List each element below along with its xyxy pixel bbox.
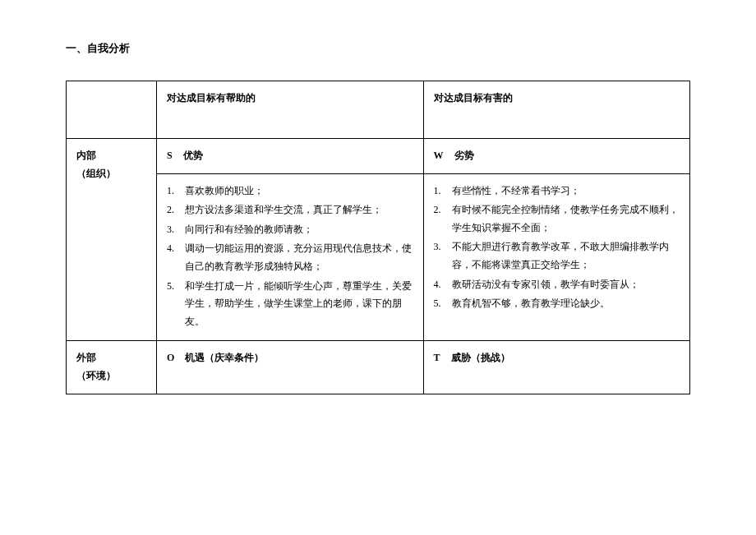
header-helpful: 对达成目标有帮助的 bbox=[157, 81, 424, 139]
list-item: 和学生打成一片，能倾听学生心声，尊重学生，关爱学生，帮助学生，做学生课堂上的老师… bbox=[167, 278, 413, 331]
list-item: 调动一切能运用的资源，充分运用现代信息技术，使自己的教育教学形成独特风格； bbox=[167, 240, 413, 275]
s-letter: S bbox=[167, 147, 173, 165]
threat-header: T 威胁（挑战） bbox=[423, 341, 690, 394]
external-main: 外部 bbox=[76, 349, 146, 367]
internal-main: 内部 bbox=[76, 147, 146, 165]
strength-list: 喜欢教师的职业； 想方设法多渠道和学生交流，真正了解学生； 向同行和有经验的教师… bbox=[167, 182, 413, 331]
external-label-row: 外部 （环境） O 机遇（庆幸条件） T 威胁（挑战） bbox=[67, 341, 690, 394]
list-item: 教研活动没有专家引领，教学有时委盲从； bbox=[434, 276, 680, 294]
section-title: 一、自我分析 bbox=[66, 41, 690, 56]
internal-sub: （组织） bbox=[76, 165, 146, 183]
s-name: 优势 bbox=[183, 150, 203, 161]
external-label-cell: 外部 （环境） bbox=[67, 341, 157, 394]
header-empty bbox=[67, 81, 157, 139]
internal-label-cell: 内部 （组织） bbox=[67, 139, 157, 341]
list-item: 有时候不能完全控制情绪，使教学任务完成不顺利，学生知识掌握不全面； bbox=[434, 201, 680, 237]
t-letter: T bbox=[434, 349, 440, 367]
list-item: 教育机智不够，教育教学理论缺少。 bbox=[434, 295, 680, 313]
internal-label-row: 内部 （组织） S 优势 W 劣势 bbox=[67, 139, 690, 174]
list-item: 有些惰性，不经常看书学习； bbox=[434, 182, 680, 201]
swot-table: 对达成目标有帮助的 对达成目标有害的 内部 （组织） S 优势 W 劣势 喜欢教… bbox=[66, 81, 690, 394]
weakness-list: 有些惰性，不经常看书学习； 有时候不能完全控制情绪，使教学任务完成不顺利，学生知… bbox=[434, 182, 680, 313]
weakness-content: 有些惰性，不经常看书学习； 有时候不能完全控制情绪，使教学任务完成不顺利，学生知… bbox=[423, 173, 690, 341]
w-name: 劣势 bbox=[454, 150, 474, 161]
opportunity-header: O 机遇（庆幸条件） bbox=[157, 341, 424, 394]
list-item: 想方设法多渠道和学生交流，真正了解学生； bbox=[167, 201, 413, 219]
list-item: 喜欢教师的职业； bbox=[167, 182, 413, 201]
strength-content: 喜欢教师的职业； 想方设法多渠道和学生交流，真正了解学生； 向同行和有经验的教师… bbox=[157, 173, 424, 341]
strength-header: S 优势 bbox=[157, 139, 424, 174]
t-name: 威胁（挑战） bbox=[451, 352, 510, 363]
list-item: 不能大胆进行教育教学改革，不敢大胆编排教学内容，不能将课堂真正交给学生； bbox=[434, 238, 680, 274]
o-name: 机遇（庆幸条件） bbox=[185, 352, 264, 363]
external-sub: （环境） bbox=[76, 367, 146, 385]
header-row: 对达成目标有帮助的 对达成目标有害的 bbox=[67, 81, 690, 139]
list-item: 向同行和有经验的教师请教； bbox=[167, 221, 413, 239]
header-harmful: 对达成目标有害的 bbox=[423, 81, 690, 139]
weakness-header: W 劣势 bbox=[423, 139, 690, 174]
o-letter: O bbox=[167, 349, 174, 367]
internal-content-row: 喜欢教师的职业； 想方设法多渠道和学生交流，真正了解学生； 向同行和有经验的教师… bbox=[67, 173, 690, 341]
w-letter: W bbox=[434, 147, 444, 165]
